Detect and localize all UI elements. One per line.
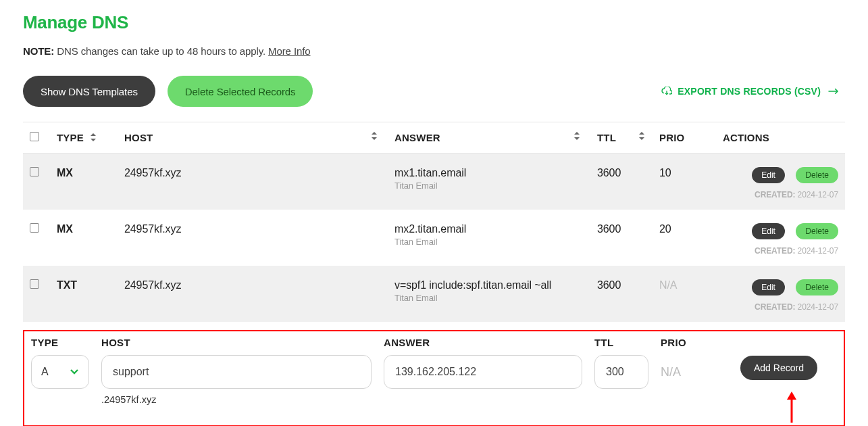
more-info-link[interactable]: More Info [268,45,310,57]
form-label-answer: ANSWER [384,337,582,348]
svg-marker-6 [639,132,644,135]
answer-sub: Titan Email [394,181,584,191]
created-line: CREATED: 2024-12-07 [723,246,838,256]
created-line: CREATED: 2024-12-07 [723,190,838,199]
cell-answer: mx1.titan.email Titan Email [388,153,590,210]
svg-marker-7 [639,137,644,140]
sort-icon [639,132,644,140]
dns-records-table: TYPE HOST ANSWER TTL PRIO ACTIONS [23,122,845,322]
note-label: NOTE: [23,45,54,57]
cell-type: TXT [50,266,118,322]
col-type[interactable]: TYPE [50,122,118,153]
col-ttl-label: TTL [597,132,616,143]
answer-sub: Titan Email [394,237,584,247]
cell-ttl: 3600 [590,153,653,210]
prio-na: N/A [661,355,728,389]
form-label-type: TYPE [31,337,89,348]
col-host-label: HOST [124,132,153,143]
form-label-prio: PRIO [661,337,728,348]
svg-marker-0 [91,133,96,136]
table-row: MX 24957kf.xyz mx2.titan.email Titan Ema… [23,210,845,266]
host-suffix: .24957kf.xyz [101,394,372,405]
cell-type: MX [50,210,118,266]
note-text: DNS changes can take up to 48 hours to a… [57,45,265,57]
svg-marker-5 [574,137,580,140]
edit-button[interactable]: Edit [752,167,785,183]
sort-icon [574,132,580,140]
chevron-down-icon [70,369,79,375]
answer-value: mx1.titan.email [394,167,584,179]
dns-note: NOTE: DNS changes can take up to 48 hour… [23,45,845,57]
col-actions: ACTIONS [716,122,845,153]
add-record-button[interactable]: Add Record [740,356,817,380]
svg-marker-1 [91,139,96,141]
delete-button[interactable]: Delete [796,223,838,239]
export-label: EXPORT DNS RECORDS (CSV) [678,86,821,97]
form-label-host: HOST [101,337,372,348]
col-prio: PRIO [653,122,716,153]
annotation-arrow-icon [785,392,798,423]
export-csv-link[interactable]: EXPORT DNS RECORDS (CSV) [661,86,845,97]
ttl-input[interactable] [594,355,648,389]
edit-button[interactable]: Edit [752,223,785,239]
col-ttl[interactable]: TTL [590,122,653,153]
arrow-right-icon [827,87,840,95]
svg-marker-3 [372,137,377,140]
cell-host: 24957kf.xyz [118,266,388,322]
delete-selected-button[interactable]: Delete Selected Records [168,76,313,107]
row-checkbox[interactable] [30,223,39,233]
table-row: TXT 24957kf.xyz v=spf1 include:spf.titan… [23,266,845,322]
cell-prio: N/A [653,266,716,322]
svg-marker-9 [787,392,796,400]
svg-marker-4 [574,132,580,135]
host-input[interactable] [101,355,372,389]
cell-answer: mx2.titan.email Titan Email [388,210,590,266]
svg-marker-2 [372,132,377,135]
row-checkbox[interactable] [30,279,39,289]
cell-prio: 20 [653,210,716,266]
answer-value: mx2.titan.email [394,223,584,235]
cell-type: MX [50,153,118,210]
show-templates-button[interactable]: Show DNS Templates [23,76,155,107]
edit-button[interactable]: Edit [752,279,785,295]
cloud-download-icon [661,87,672,96]
cell-host: 24957kf.xyz [118,153,388,210]
sort-icon [91,133,96,141]
answer-input[interactable] [384,355,582,389]
row-checkbox[interactable] [30,167,39,176]
col-type-label: TYPE [57,132,84,143]
delete-button[interactable]: Delete [796,167,838,183]
answer-sub: Titan Email [394,293,584,303]
cell-host: 24957kf.xyz [118,210,388,266]
cell-answer: v=spf1 include:spf.titan.email ~all Tita… [388,266,590,322]
type-select-value: A [41,366,49,378]
form-label-ttl: TTL [594,337,648,348]
sort-icon [372,132,377,140]
cell-ttl: 3600 [590,210,653,266]
created-line: CREATED: 2024-12-07 [723,302,838,312]
select-all-checkbox[interactable] [30,132,39,141]
col-answer[interactable]: ANSWER [388,122,590,153]
answer-value: v=spf1 include:spf.titan.email ~all [394,279,584,291]
add-record-form: TYPE A HOST .24957kf.xyz ANSWER TTL PR [23,330,845,426]
cell-prio: 10 [653,153,716,210]
page-title: Manage DNS [23,12,845,33]
col-answer-label: ANSWER [394,132,440,143]
delete-button[interactable]: Delete [796,279,838,295]
col-host[interactable]: HOST [118,122,388,153]
type-select[interactable]: A [31,355,89,389]
table-row: MX 24957kf.xyz mx1.titan.email Titan Ema… [23,153,845,210]
cell-ttl: 3600 [590,266,653,322]
